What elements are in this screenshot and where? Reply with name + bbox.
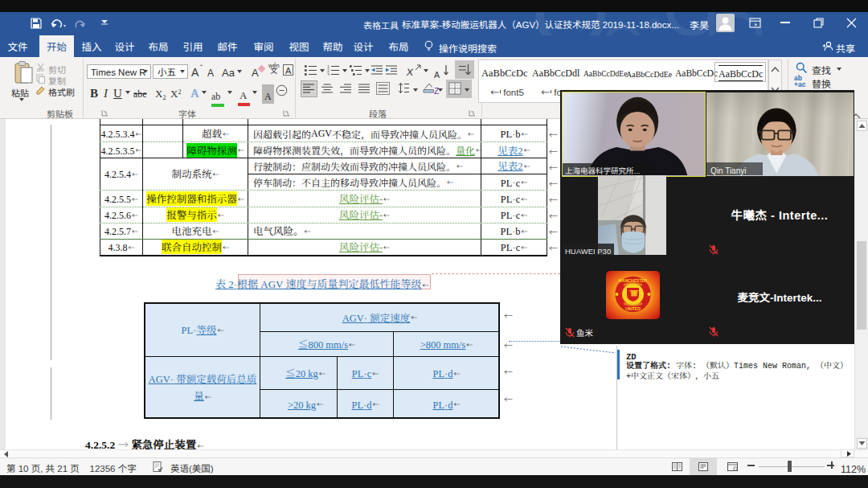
svg-text:3: 3 xyxy=(327,72,330,76)
svg-text:UNITED: UNITED xyxy=(625,306,641,311)
svg-text:MANCHESTER: MANCHESTER xyxy=(619,278,648,283)
